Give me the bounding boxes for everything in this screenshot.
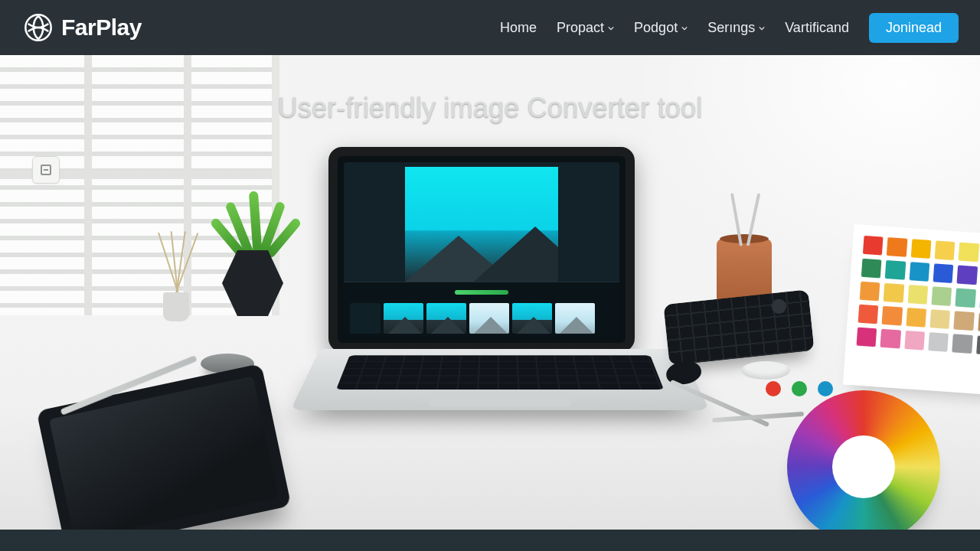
- hero-laptop: [320, 147, 643, 464]
- color-swatch: [863, 236, 884, 256]
- hero-plant: [213, 184, 297, 260]
- hero-section: User-friendly image Converter tool: [0, 55, 980, 551]
- color-swatch: [860, 282, 880, 302]
- nav-item-serings[interactable]: Serıngs: [707, 20, 765, 36]
- paint-dot: [766, 381, 781, 396]
- hero-laptop-screen: [328, 147, 635, 352]
- laptop-thumbnail: [469, 303, 509, 334]
- color-swatch: [861, 259, 882, 279]
- cta-button[interactable]: Joninead: [869, 13, 959, 43]
- laptop-thumbnail: [512, 303, 552, 334]
- color-swatch: [904, 331, 925, 350]
- color-swatch: [907, 285, 928, 305]
- color-swatch: [957, 266, 978, 285]
- laptop-thumbnail: [384, 303, 423, 334]
- color-swatch: [910, 239, 931, 259]
- nav-item-vartificand[interactable]: Vartificand: [785, 20, 849, 36]
- nav-item-propact[interactable]: Propact: [557, 20, 614, 36]
- color-swatch: [976, 336, 980, 356]
- chevron-down-icon: [608, 25, 614, 31]
- color-swatch: [887, 237, 907, 257]
- laptop-thumbnail: [555, 303, 595, 334]
- nav-item-label: Podgot: [634, 20, 678, 36]
- color-swatch: [933, 263, 954, 283]
- hero-color-swatches: [843, 224, 980, 396]
- hero-white-puck: [741, 361, 790, 380]
- paint-dot: [818, 381, 833, 396]
- color-swatch: [952, 334, 973, 354]
- color-swatch: [906, 308, 926, 328]
- color-swatch: [959, 243, 979, 262]
- hero-laptop-keyboard: [320, 349, 680, 464]
- hero-color-wheel: [787, 390, 948, 551]
- nav-items: Home Propact Podgot Serıngs Vartificand …: [500, 13, 959, 43]
- color-swatch: [931, 286, 952, 306]
- laptop-progress-bar: [455, 290, 508, 295]
- nav-item-label: Vartificand: [785, 20, 849, 36]
- hero-reed-diffuser: [149, 230, 203, 321]
- hero-title: User-friendly image Converter tool: [0, 92, 980, 124]
- color-swatch: [928, 332, 949, 352]
- color-swatch: [882, 306, 903, 326]
- laptop-tool-panel: [350, 303, 381, 334]
- laptop-thumbnail: [426, 303, 466, 334]
- chevron-down-icon: [681, 25, 688, 31]
- color-swatch: [884, 283, 904, 303]
- color-swatch: [954, 311, 975, 331]
- nav-item-home[interactable]: Home: [500, 20, 537, 36]
- nav-item-podgot[interactable]: Podgot: [634, 20, 688, 36]
- brand-name: FarPlay: [61, 15, 142, 41]
- laptop-thumbnail-strip: [344, 300, 619, 337]
- nav-item-label: Serıngs: [707, 20, 755, 36]
- color-swatch: [880, 329, 901, 349]
- color-swatch: [956, 288, 976, 308]
- chevron-down-icon: [759, 25, 765, 31]
- color-swatch: [929, 309, 950, 329]
- brand-logo[interactable]: FarPlay: [23, 12, 142, 43]
- nav-item-label: Propact: [557, 20, 604, 36]
- nav-item-label: Home: [500, 20, 537, 36]
- color-swatch: [935, 240, 956, 260]
- panel-icon: [41, 165, 51, 175]
- laptop-timeline: [344, 282, 619, 300]
- color-swatch: [858, 305, 879, 324]
- hero-bottom-band: [0, 530, 980, 551]
- paint-dot: [792, 381, 807, 396]
- hero-color-dots: [766, 381, 833, 396]
- side-widget-button[interactable]: [32, 156, 60, 184]
- color-swatch: [885, 260, 906, 280]
- cta-label: Joninead: [886, 20, 942, 35]
- color-swatch: [909, 262, 929, 282]
- brand-logo-icon: [23, 12, 54, 43]
- navbar: FarPlay Home Propact Podgot Serıngs Vart…: [0, 0, 980, 55]
- color-swatch: [857, 328, 877, 347]
- laptop-canvas-image: [405, 167, 558, 282]
